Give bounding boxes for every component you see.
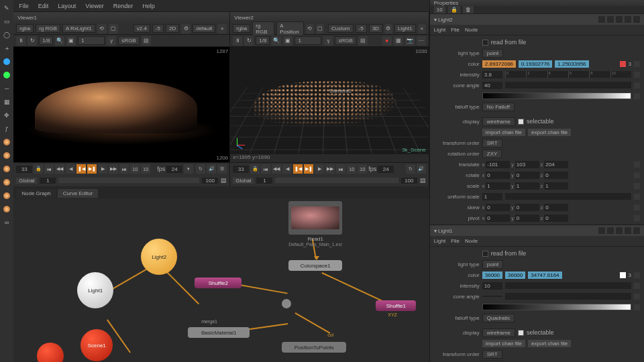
rx-field[interactable]: 0 — [486, 172, 510, 179]
frame-icon[interactable]: ▢ — [109, 24, 118, 34]
display-select[interactable]: wireframe — [482, 328, 515, 337]
import-chan-button[interactable]: import chan file — [482, 129, 525, 136]
panel-light2-title[interactable]: ▾ Light2 — [430, 14, 644, 25]
sync-icon[interactable]: ⟲ — [306, 24, 314, 34]
anim-icon[interactable] — [634, 294, 640, 300]
tab-light[interactable]: Light — [434, 238, 445, 244]
speaker-icon[interactable]: 🔊 — [207, 164, 216, 174]
range-scope-select[interactable]: Global — [233, 178, 254, 184]
tool-color-icon[interactable] — [1, 56, 12, 67]
camera-icon[interactable]: 📷 — [405, 36, 415, 46]
range-start-field[interactable]: 1 — [256, 178, 272, 184]
panel-close-icon[interactable] — [633, 16, 640, 23]
zoom-select[interactable]: 1/8 — [39, 36, 53, 45]
anim-icon[interactable] — [634, 93, 640, 99]
rz-field[interactable]: 0 — [544, 172, 568, 179]
srgb-select[interactable]: sRGB — [335, 36, 356, 45]
color-anim-icon[interactable] — [634, 61, 640, 67]
prop-count-field[interactable]: 10 — [434, 6, 445, 13]
close-icon[interactable]: × — [217, 24, 227, 34]
axis-gizmo-icon[interactable] — [234, 137, 248, 150]
tab-file[interactable]: File — [451, 27, 460, 33]
colorspace-select[interactable]: rg RGB — [36, 24, 60, 33]
tool-plus-icon[interactable]: ＋ — [1, 43, 12, 54]
histogram-icon[interactable]: ▤ — [142, 36, 151, 46]
tz-field[interactable]: 204 — [544, 161, 568, 168]
tool-fx-icon[interactable]: ƒ — [1, 123, 12, 134]
current-frame-field[interactable]: 33 — [233, 166, 249, 173]
cone-slider[interactable] — [505, 293, 631, 300]
gradient-strip[interactable] — [482, 304, 631, 310]
menu-help[interactable]: Help — [142, 3, 155, 9]
color-swatch[interactable] — [620, 61, 626, 67]
prev-key-button[interactable]: ◀◀ — [272, 164, 281, 174]
first-frame-button[interactable]: ⏮ — [261, 164, 270, 174]
sky-field[interactable]: 0 — [515, 204, 539, 211]
skz-field[interactable]: 0 — [544, 204, 568, 211]
zoom-select[interactable]: 1/8 — [256, 36, 270, 45]
tab-curve-editor[interactable]: Curve Editor — [58, 189, 98, 198]
color-b-field[interactable]: 34747.8164 — [528, 272, 561, 279]
gamma-field[interactable]: 1 — [78, 36, 105, 45]
next-key-button[interactable]: ▶▶ — [325, 164, 335, 174]
lock-icon[interactable]: 🔒 — [250, 164, 260, 174]
stepsize-fwd[interactable]: 10 — [358, 164, 367, 174]
menu-icon[interactable]: ☰ — [217, 164, 227, 174]
view-mode-select[interactable]: 2D — [166, 24, 179, 33]
sx-field[interactable]: 1 — [486, 182, 510, 190]
panel-undo-icon[interactable] — [616, 16, 623, 23]
custom-select[interactable]: Custom — [328, 24, 354, 33]
menu-edit[interactable]: Edit — [38, 3, 49, 9]
stepsize-back[interactable]: 10 — [347, 164, 356, 174]
sync-icon[interactable]: ⟲ — [97, 24, 107, 34]
gamma-icon[interactable]: γ — [107, 36, 116, 46]
export-chan-button[interactable]: export chan file — [528, 129, 571, 136]
skx-field[interactable]: 0 — [486, 204, 510, 211]
cone-slider[interactable] — [505, 82, 631, 88]
intensity-field[interactable]: 10 — [482, 282, 502, 290]
prev-key-button[interactable]: ◀◀ — [55, 164, 64, 174]
play-button[interactable]: ▶ — [315, 164, 324, 174]
tab-file[interactable]: File — [451, 238, 460, 244]
tool-circle-icon[interactable]: ◯ — [1, 29, 12, 40]
panel-center-icon[interactable] — [607, 227, 614, 234]
pause-icon[interactable]: ⏸ — [233, 36, 242, 46]
ry-field[interactable]: 0 — [515, 172, 539, 179]
panel-pin-icon[interactable] — [598, 16, 605, 23]
cone-field[interactable] — [482, 296, 502, 297]
next-key-button[interactable]: ▶▶ — [109, 164, 118, 174]
intensity-slider[interactable] — [505, 282, 631, 289]
falloff-select[interactable]: No Falloff — [482, 103, 515, 111]
selectable-checkbox[interactable] — [518, 330, 524, 336]
panel-undo-icon[interactable] — [616, 227, 623, 234]
loop-icon[interactable]: ↻ — [406, 164, 415, 174]
play-back-button[interactable]: ◀ — [66, 164, 75, 174]
vminus-field[interactable]: -5 — [152, 24, 164, 33]
zoom-icon[interactable]: 🔍 — [272, 36, 281, 46]
torder-select[interactable]: SRT — [482, 350, 502, 359]
node-shuffle2[interactable]: Shuffle2 — [195, 278, 241, 288]
tool-move-icon[interactable]: ✥ — [1, 110, 12, 121]
sz-field[interactable]: 1 — [544, 182, 568, 190]
node-light1[interactable]: Light1 — [77, 272, 113, 308]
intensity-slider[interactable]: 0246810 — [505, 71, 631, 78]
first-frame-button[interactable]: ⏮ — [44, 164, 54, 174]
stepsize-fwd[interactable]: 10 — [141, 164, 150, 174]
tool-color2-icon[interactable] — [1, 70, 12, 80]
trash-icon[interactable]: 🗑 — [463, 6, 474, 13]
preset-2-icon[interactable] — [1, 150, 12, 161]
play-button[interactable]: ▶ — [98, 164, 107, 174]
color-anim-icon[interactable] — [634, 272, 640, 278]
node-graph-canvas[interactable]: Read1 Default_Pass_Main_1.exr Light1 Lig… — [13, 198, 429, 362]
anim-icon[interactable] — [634, 215, 640, 221]
anim-icon[interactable] — [634, 172, 640, 178]
range-start-field[interactable]: 1 — [40, 178, 56, 184]
fps-toggle-icon[interactable]: ▾ — [184, 164, 193, 174]
torder-select[interactable]: SRT — [482, 139, 502, 147]
range-end-field[interactable]: 100 — [202, 178, 218, 184]
play-back-button[interactable]: ◀ — [282, 164, 292, 174]
crop-icon[interactable]: ▣ — [283, 36, 292, 46]
anim-icon[interactable] — [634, 194, 640, 200]
record-icon[interactable]: ● — [382, 36, 392, 46]
node-light2[interactable]: Light2 — [141, 239, 177, 275]
